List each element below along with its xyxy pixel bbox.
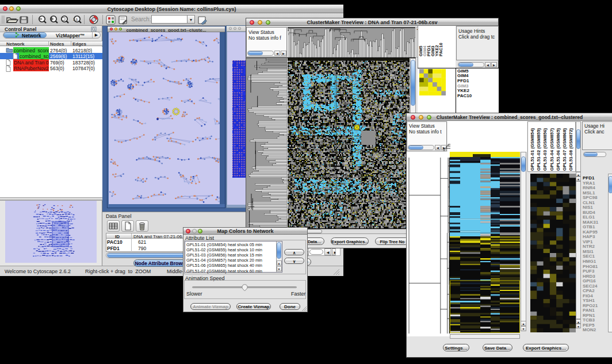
svg-text:GPL51-06 (GSM865): GPL51-06 (GSM865) [556,128,561,171]
svg-text:PAC10: PAC10 [438,43,443,56]
svg-text:GPL51-08 (GSM872): GPL51-08 (GSM872) [568,128,573,171]
svg-text:GPL51-03 (GSM856): GPL51-03 (GSM856) [542,128,548,171]
svg-text:GPL51-07 (GSM868): GPL51-07 (GSM868) [562,128,567,171]
svg-text:GPL51-02 (GSM855): GPL51-02 (GSM855) [536,128,541,171]
svg-text:GPL51-01 (GSM854): GPL51-01 (GSM854) [530,128,535,171]
svg-text:1:1: 1:1 [73,18,78,21]
svg-text:GPL51-04 (GSM857): GPL51-04 (GSM857) [549,128,554,171]
